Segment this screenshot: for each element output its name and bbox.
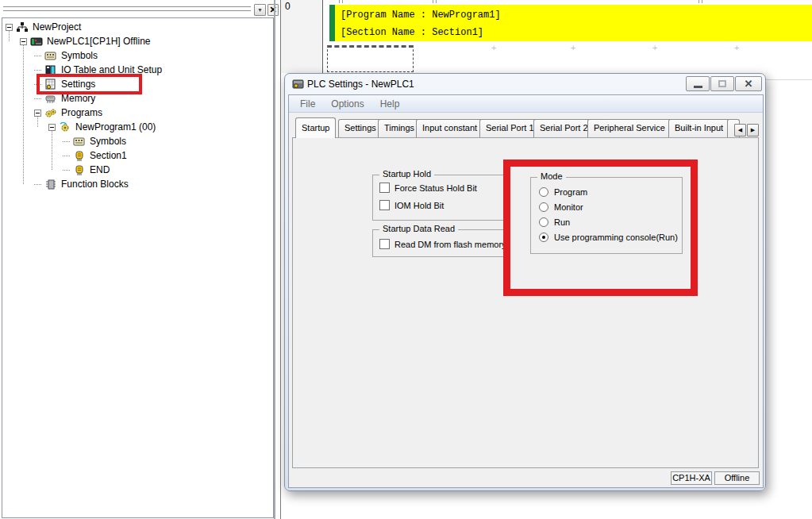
- tree-item-newproject[interactable]: NewProject: [2, 20, 81, 34]
- tree-connector: [34, 184, 41, 185]
- toolbar-remnant-tick: [433, 0, 433, 3]
- checkbox-icon[interactable]: [379, 239, 390, 249]
- plc-icon: [30, 36, 43, 48]
- panel-divider[interactable]: [274, 0, 275, 519]
- rung-comment-marker: [329, 5, 335, 41]
- annotation-box-mode: [503, 160, 698, 296]
- ladder-cursor-cell[interactable]: [327, 45, 414, 72]
- checkbox-read-dm[interactable]: Read DM from flash memory: [379, 239, 506, 249]
- checkbox-force-status-hold[interactable]: Force Status Hold Bit: [379, 183, 477, 193]
- project-icon: [16, 21, 29, 33]
- tab-input-constant[interactable]: Input constant: [416, 119, 483, 138]
- tree-connector: [34, 56, 41, 56]
- grid-plus-mark: +: [491, 43, 496, 52]
- rung-margin: 0: [281, 0, 323, 73]
- tree-item-symbols[interactable]: Symbols: [2, 48, 98, 63]
- expand-toggle[interactable]: [20, 38, 27, 45]
- menu-bar: File Options Help: [289, 95, 763, 113]
- group-label: Startup Hold: [379, 169, 434, 179]
- checkbox-icon[interactable]: [379, 200, 390, 210]
- tab-startup[interactable]: Startup: [295, 117, 336, 138]
- close-icon: ✕: [745, 79, 753, 89]
- tree-connector: [63, 156, 70, 156]
- tab-scroll-left-icon[interactable]: ◀: [734, 124, 746, 136]
- startup-hold-group: Startup Hold Force Status Hold Bit IOM H…: [372, 175, 510, 221]
- symbols-icon: [44, 50, 57, 62]
- programs-icon: [44, 107, 57, 119]
- startup-data-read-group: Startup Data Read Read DM from flash mem…: [372, 229, 510, 257]
- annotation-box-settings: [37, 74, 142, 94]
- grid-plus-mark: +: [652, 43, 657, 52]
- dialog-title: PLC Settings - NewPLC1: [307, 79, 414, 90]
- editor-border: [280, 0, 281, 519]
- dialog-client-area: File Options Help Startup Settings Timin…: [288, 94, 764, 488]
- program-name-comment: [Program Name : NewProgram1]: [341, 10, 501, 21]
- status-plc-type: CP1H-XA: [671, 471, 712, 485]
- tab-timings[interactable]: Timings: [378, 119, 421, 138]
- program-icon: [59, 121, 71, 133]
- close-button[interactable]: ✕: [735, 76, 762, 91]
- tab-built-in-input[interactable]: Built-in Input: [668, 119, 729, 138]
- tree-item-newprogram1[interactable]: NewProgram1 (00): [2, 120, 156, 134]
- grip-line: [3, 10, 251, 12]
- function-blocks-icon: [44, 179, 57, 190]
- expand-toggle[interactable]: [6, 24, 13, 31]
- section-name-comment: [Section Name : Section1]: [341, 27, 483, 38]
- group-label: Startup Data Read: [379, 224, 458, 233]
- tree-item-end[interactable]: END: [2, 163, 110, 177]
- tree-item-section1[interactable]: Section1: [2, 148, 127, 163]
- toolbar-remnant-tick: [698, 0, 699, 3]
- plc-settings-icon: [292, 78, 305, 94]
- menu-file[interactable]: File: [289, 98, 323, 110]
- expand-toggle[interactable]: [48, 124, 56, 131]
- project-workspace-panel: ▾ ✕ NewProject NewPLC1[CP1H] Offline Sym…: [0, 0, 275, 519]
- tab-serial-port-2[interactable]: Serial Port 2: [533, 119, 595, 138]
- tree-connector: [34, 98, 41, 99]
- minimize-icon: [694, 86, 702, 88]
- workspace-grip-bar[interactable]: ▾ ✕: [0, 0, 275, 17]
- dropdown-icon[interactable]: ▾: [254, 4, 266, 16]
- tab-peripheral-service[interactable]: Peripheral Service: [587, 119, 672, 138]
- menu-help[interactable]: Help: [372, 98, 408, 110]
- maximize-button[interactable]: [710, 76, 734, 91]
- toolbar-remnant-tick: [339, 0, 340, 3]
- toolbar-remnant-tick: [342, 0, 343, 3]
- tab-settings[interactable]: Settings: [338, 119, 383, 138]
- symbols-icon: [73, 136, 86, 148]
- toolbar-remnant-tick: [702, 0, 702, 3]
- tree-item-function-blocks[interactable]: Function Blocks: [2, 177, 129, 191]
- tree-connector: [63, 141, 70, 142]
- checkbox-icon[interactable]: [379, 183, 390, 193]
- grid-plus-mark: +: [571, 43, 575, 52]
- tree-item-symbols2[interactable]: Symbols: [2, 134, 126, 148]
- tab-serial-port-1[interactable]: Serial Port 1: [479, 119, 541, 138]
- tree-item-newplc1[interactable]: NewPLC1[CP1H] Offline: [2, 34, 151, 48]
- tree-connector: [63, 170, 70, 171]
- grip-line: [3, 6, 251, 8]
- grid-plus-mark: +: [734, 43, 739, 52]
- section-icon: [73, 164, 86, 176]
- tab-scroll-right-icon[interactable]: ▶: [747, 124, 759, 136]
- close-icon[interactable]: ✕: [267, 4, 279, 16]
- checkbox-iom-hold[interactable]: IOM Hold Bit: [379, 200, 444, 210]
- status-connection: Offline: [714, 471, 760, 485]
- section-icon: [73, 150, 86, 162]
- toolbar-remnant-tick: [436, 0, 437, 3]
- maximize-icon: [718, 80, 726, 87]
- rung-comment-block[interactable]: [Program Name : NewProgram1] [Section Na…: [335, 5, 812, 41]
- menu-options[interactable]: Options: [323, 98, 371, 110]
- minimize-button[interactable]: [686, 76, 710, 91]
- tree-item-programs[interactable]: Programs: [2, 106, 102, 120]
- plc-settings-dialog: PLC Settings - NewPLC1 ✕ File Options He…: [284, 73, 766, 491]
- tree-connector: [34, 70, 41, 71]
- expand-toggle[interactable]: [34, 110, 41, 117]
- rung-number: 0: [285, 1, 291, 12]
